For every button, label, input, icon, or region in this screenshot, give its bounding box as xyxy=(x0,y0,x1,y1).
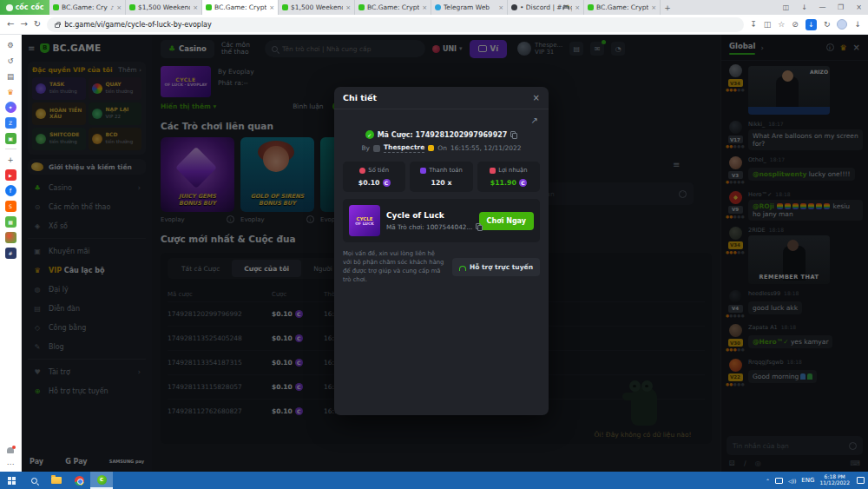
copy-icon[interactable] xyxy=(510,131,517,139)
history-icon[interactable]: ↺ xyxy=(5,55,16,66)
translate-icon[interactable]: ◫ xyxy=(764,20,772,29)
coin-icon: C xyxy=(519,179,527,187)
modal-close-button[interactable]: × xyxy=(533,93,540,102)
live-support-button[interactable]: Hỗ trợ trực tuyến xyxy=(452,258,540,276)
reading-list-icon[interactable]: ▤ xyxy=(5,70,16,82)
tab-close-icon[interactable]: × xyxy=(575,4,580,11)
save-icon[interactable]: ↓ xyxy=(854,20,861,29)
tab-weekend-2[interactable]: $1,500 Weekend Ev× xyxy=(279,0,355,15)
tab-close-icon[interactable]: × xyxy=(498,4,503,11)
modal-game-box: CYCLEOF LUCK Cycle of Luck Mã Trò chơi: … xyxy=(343,199,540,242)
profit-icon xyxy=(490,168,496,174)
facebook-icon[interactable]: f xyxy=(5,185,16,196)
window-minimize-button[interactable]: — xyxy=(813,0,832,15)
browser-address-bar: ← → ↻ bc.game/vi/game/cycle-of-luck-by-e… xyxy=(0,15,868,35)
browser-tab-bar: cốc cốc BC.Game: Crypto♪× $1,500 Weekend… xyxy=(0,0,868,15)
language-indicator[interactable]: ENG xyxy=(801,477,814,484)
tray-expand-icon[interactable]: ⌃ xyxy=(766,478,770,484)
tab-close-icon[interactable]: × xyxy=(116,4,122,11)
bcgame-favicon xyxy=(53,4,59,10)
back-button[interactable]: ← xyxy=(7,20,14,29)
bcgame-favicon xyxy=(129,4,135,10)
bcgame-favicon xyxy=(358,4,365,10)
taskbar-search-icon[interactable] xyxy=(23,472,45,489)
orange-app-icon[interactable]: S xyxy=(5,201,16,212)
workspace: ⚙ ↺ ▤ ♛ ✦ Z ▣ + ▶ f S ▦ # ⋯ ≡ BBC. xyxy=(0,35,868,472)
discord-favicon xyxy=(511,4,517,10)
coccoc-taskbar-icon[interactable]: c xyxy=(90,472,113,489)
green-app-icon[interactable]: ▦ xyxy=(5,216,16,228)
dark-app-icon[interactable]: # xyxy=(5,248,16,259)
share-icon[interactable]: ↗ xyxy=(531,116,538,129)
window-controls: ◫ ↓ — ❐ × xyxy=(777,0,868,15)
bcgame-favicon xyxy=(282,4,288,10)
youtube-icon[interactable]: ▶ xyxy=(5,169,16,181)
tab-bcgame-1[interactable]: BC.Game: Crypto♪× xyxy=(49,0,126,15)
start-button[interactable] xyxy=(0,472,23,489)
zalo-icon[interactable]: Z xyxy=(5,117,16,129)
action-center-icon[interactable] xyxy=(857,477,865,484)
coccoc-brand-label: cốc cốc xyxy=(16,3,44,11)
volume-icon[interactable]: ◁)) xyxy=(788,478,796,484)
tab-close-icon[interactable]: × xyxy=(269,4,274,11)
tab-close-icon[interactable]: × xyxy=(193,4,198,11)
tab-close-icon[interactable]: × xyxy=(345,4,351,11)
tab-discord[interactable]: • Discord | #🎮gam× xyxy=(508,0,584,15)
tab-weekend-1[interactable]: $1,500 Weekend Ev× xyxy=(126,0,202,15)
audio-icon: ♪ xyxy=(110,4,114,10)
window-close-button[interactable]: × xyxy=(850,0,868,15)
bet-stats: Số tiền $0.10C Thanh toán 120 x Lợi nhuậ… xyxy=(343,162,540,192)
bet-timestamp: 16:15:55, 12/11/2022 xyxy=(450,144,522,152)
tab-panel-icon[interactable]: ◫ xyxy=(777,0,795,15)
settings-gear-icon[interactable]: ⚙ xyxy=(5,39,16,50)
crown-icon[interactable]: ♛ xyxy=(5,86,16,97)
taskbar-clock[interactable]: 6:18 PM11/12/2022 xyxy=(819,474,850,486)
stat-amount: Số tiền $0.10C xyxy=(343,162,405,192)
bettor-name[interactable]: Thespectre xyxy=(384,143,424,153)
bookmark-star-icon[interactable]: ☆ xyxy=(778,20,785,29)
file-explorer-icon[interactable] xyxy=(45,472,68,489)
download-icon[interactable]: ↧ xyxy=(750,20,757,29)
play-now-button[interactable]: Chơi Ngay xyxy=(479,212,534,230)
profile-avatar-icon[interactable] xyxy=(837,19,847,30)
coccoc-brand: cốc cốc xyxy=(0,0,49,15)
copy-icon[interactable] xyxy=(476,223,483,231)
bet-id-text: Mã Cược: 1749281202997969927 xyxy=(378,131,508,139)
honey-badge-icon xyxy=(428,145,434,151)
modal-title: Chi tiết xyxy=(343,93,377,102)
rail-divider xyxy=(5,149,16,149)
download-tray-icon[interactable]: ↓ xyxy=(795,0,813,15)
forward-button[interactable]: → xyxy=(20,20,27,29)
games-icon[interactable]: ▣ xyxy=(5,133,16,144)
network-icon[interactable] xyxy=(775,478,783,484)
cycle-of-luck-thumbnail[interactable]: CYCLEOF LUCK xyxy=(349,205,380,236)
stat-profit: Lợi nhuận $11.90C xyxy=(477,162,540,192)
tab-close-icon[interactable]: × xyxy=(422,4,427,11)
rail-more-icon[interactable]: ⋯ xyxy=(5,458,16,469)
download-manager-icon[interactable]: ↓ xyxy=(806,19,817,30)
window-maximize-button[interactable]: ❐ xyxy=(832,0,850,15)
tab-close-icon[interactable]: × xyxy=(651,4,656,11)
support-note: Mọi vấn đề, xin vui lòng liên hệ với bộ … xyxy=(343,250,445,284)
bcgame-favicon xyxy=(206,4,212,10)
tab-bcgame-4[interactable]: BC.Game: Crypto Ca× xyxy=(584,0,661,15)
omnibox[interactable]: bc.game/vi/game/cycle-of-luck-by-evoplay xyxy=(47,17,744,32)
new-tab-button[interactable]: + xyxy=(661,0,674,15)
reload-button[interactable]: ↻ xyxy=(34,20,41,29)
messenger-icon[interactable]: ✦ xyxy=(5,102,16,113)
add-shortcut-icon[interactable]: + xyxy=(5,154,16,165)
tab-telegram[interactable]: Telegram Web× xyxy=(431,0,508,15)
headset-icon xyxy=(459,266,466,271)
coccoc-side-rail: ⚙ ↺ ▤ ♛ ✦ Z ▣ + ▶ f S ▦ # ⋯ xyxy=(0,35,22,472)
notifications-bell-icon[interactable] xyxy=(7,447,14,453)
modal-game-title: Cycle of Luck xyxy=(386,211,473,220)
card-icon xyxy=(420,168,426,174)
tab-bcgame-3[interactable]: BC.Game: Crypto Ca× xyxy=(355,0,431,15)
stat-payout: Thanh toán 120 x xyxy=(410,162,472,192)
strawberry-app-icon[interactable] xyxy=(5,232,16,243)
game-id-text: Mã Trò chơi: 1007544042... xyxy=(386,223,472,231)
sync-icon[interactable]: ↻ xyxy=(824,20,831,29)
adblock-icon[interactable]: ⊘ xyxy=(792,20,799,29)
chrome-taskbar-icon[interactable] xyxy=(68,472,90,489)
tab-bcgame-2-active[interactable]: BC.Game: Crypto Ca× xyxy=(202,0,279,15)
